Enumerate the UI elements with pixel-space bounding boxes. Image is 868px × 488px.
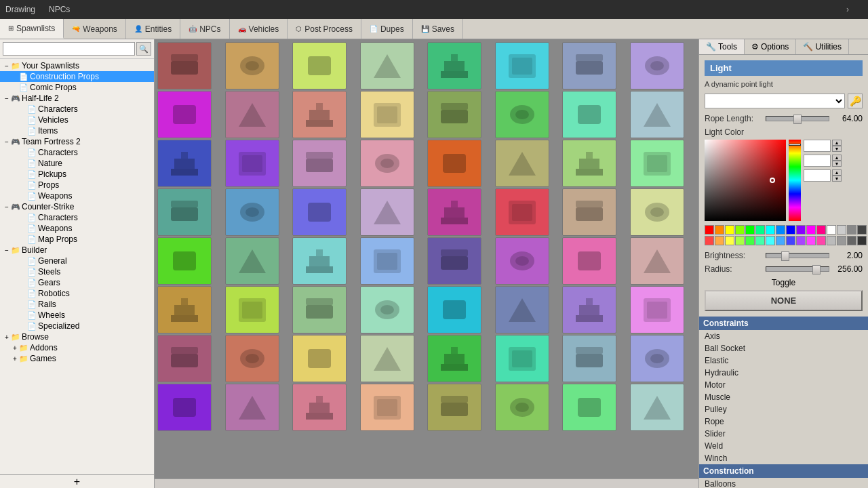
color-swatch[interactable]: [745, 225, 755, 235]
grid-item[interactable]: [292, 140, 347, 187]
grid-item[interactable]: [495, 384, 549, 431]
grid-item[interactable]: [360, 335, 414, 382]
grid-item[interactable]: [427, 42, 481, 89]
tree-item-tf2-nature[interactable]: 📄 Nature: [0, 158, 154, 169]
grid-item[interactable]: [562, 188, 616, 236]
grid-item[interactable]: [292, 335, 347, 382]
grid-item[interactable]: [562, 384, 616, 431]
grid-item[interactable]: [225, 384, 279, 431]
color-swatch[interactable]: [857, 225, 867, 235]
grid-item[interactable]: [427, 140, 481, 187]
grid-item[interactable]: [360, 384, 414, 431]
grid-item[interactable]: [562, 42, 616, 89]
constraint-item-winch[interactable]: Winch: [699, 452, 868, 464]
right-tab-tools[interactable]: 🔧Tools: [699, 39, 745, 54]
tree-item-builder-steels[interactable]: 📄 Steels: [0, 266, 154, 277]
grid-item[interactable]: [157, 237, 212, 285]
color-gradient[interactable]: [705, 140, 786, 221]
grid-item[interactable]: [562, 140, 616, 187]
grid-item[interactable]: [427, 91, 481, 138]
constraint-item-pulley[interactable]: Pulley: [699, 403, 868, 415]
tree-toggle[interactable]: +: [11, 355, 19, 363]
grid-item[interactable]: [157, 91, 212, 138]
grid-item[interactable]: [360, 237, 414, 285]
tree-item-tf2-pickups[interactable]: 📄 Pickups: [0, 169, 154, 180]
constraint-item-weld[interactable]: Weld: [699, 440, 868, 452]
constraint-item-ball-socket[interactable]: Ball Socket: [699, 342, 868, 354]
color-swatch[interactable]: [786, 236, 795, 245]
tab-npcs[interactable]: 🤖NPCs: [180, 19, 229, 39]
tree-toggle[interactable]: −: [3, 95, 11, 102]
color-r-down[interactable]: ▼: [832, 146, 842, 152]
color-swatch[interactable]: [837, 236, 846, 245]
color-swatch[interactable]: [745, 236, 755, 245]
grid-item[interactable]: [157, 384, 212, 431]
color-swatch[interactable]: [725, 225, 734, 235]
tree-item-builder-specialized[interactable]: 📄 Specialized: [0, 321, 154, 331]
grid-item[interactable]: [495, 237, 549, 285]
grid-item[interactable]: [427, 237, 481, 285]
content-grid-area[interactable]: [155, 39, 698, 479]
tree-item-tf2[interactable]: − 🎮 Team Fortress 2: [0, 136, 154, 147]
radius-slider[interactable]: [766, 266, 829, 272]
color-b-input[interactable]: 255: [804, 169, 831, 182]
tree-toggle[interactable]: −: [3, 138, 11, 146]
tree-toggle[interactable]: +: [3, 333, 11, 341]
titlebar-arrow[interactable]: ›: [846, 5, 849, 14]
grid-item[interactable]: [427, 384, 481, 431]
grid-item[interactable]: [292, 91, 347, 138]
color-swatch[interactable]: [847, 225, 856, 235]
tree-item-hl2-characters[interactable]: 📄 Characters: [0, 104, 154, 115]
color-b-up[interactable]: ▲: [832, 169, 842, 176]
color-swatch[interactable]: [796, 236, 806, 245]
search-input[interactable]: [3, 42, 135, 56]
grid-item[interactable]: [225, 286, 279, 333]
tree-item-builder-wheels[interactable]: 📄 Wheels: [0, 310, 154, 321]
grid-item[interactable]: [292, 188, 347, 236]
grid-item[interactable]: [630, 237, 684, 285]
grid-item[interactable]: [630, 188, 684, 236]
color-swatch[interactable]: [786, 225, 795, 235]
grid-item[interactable]: [495, 188, 549, 236]
color-r-input[interactable]: 255: [804, 140, 831, 152]
color-swatch[interactable]: [715, 225, 724, 235]
constraints-header[interactable]: Constraints: [699, 317, 868, 330]
color-swatch[interactable]: [715, 236, 724, 245]
grid-item[interactable]: [495, 140, 549, 187]
color-swatch[interactable]: [796, 225, 806, 235]
constraint-item-elastic[interactable]: Elastic: [699, 354, 868, 367]
tree-item-counter-strike[interactable]: − 🎮 Counter-Strike: [0, 201, 154, 212]
grid-item[interactable]: [225, 42, 279, 89]
tree-item-builder[interactable]: − 📁 Builder: [0, 245, 154, 256]
tree-item-hl2-items[interactable]: 📄 Items: [0, 125, 154, 136]
grid-item[interactable]: [495, 286, 549, 333]
grid-item[interactable]: [225, 91, 279, 138]
horizontal-scrollbar[interactable]: [155, 479, 698, 488]
light-type-dropdown[interactable]: [705, 94, 845, 108]
grid-item[interactable]: [427, 335, 481, 382]
grid-item[interactable]: [427, 188, 481, 236]
tree-item-browse-games[interactable]: + 📁 Games: [0, 353, 154, 364]
grid-item[interactable]: [157, 335, 212, 382]
brightness-slider[interactable]: [766, 253, 829, 258]
grid-item[interactable]: [292, 237, 347, 285]
tree-item-tf2-props[interactable]: 📄 Props: [0, 180, 154, 190]
none-button[interactable]: NONE: [705, 290, 863, 311]
tree-toggle[interactable]: +: [11, 344, 19, 352]
construction-header[interactable]: Construction: [699, 464, 868, 478]
color-swatch[interactable]: [806, 236, 816, 245]
tab-dupes[interactable]: 📄Dupes: [361, 19, 413, 39]
grid-item[interactable]: [292, 384, 347, 431]
grid-item[interactable]: [495, 91, 549, 138]
tab-spawnlists[interactable]: ⊞Spawnlists: [0, 19, 64, 39]
color-swatch[interactable]: [766, 225, 775, 235]
grid-item[interactable]: [157, 286, 212, 333]
menu-drawing[interactable]: Drawing: [5, 5, 35, 14]
color-g-input[interactable]: 255: [804, 155, 831, 167]
grid-item[interactable]: [630, 42, 684, 89]
grid-item[interactable]: [427, 286, 481, 333]
grid-item[interactable]: [225, 237, 279, 285]
constraint-item-motor[interactable]: Motor: [699, 379, 868, 391]
constraint-item-axis[interactable]: Axis: [699, 330, 868, 342]
tree-item-your-spawnlists[interactable]: − 📁 Your Spawnlists: [0, 60, 154, 71]
